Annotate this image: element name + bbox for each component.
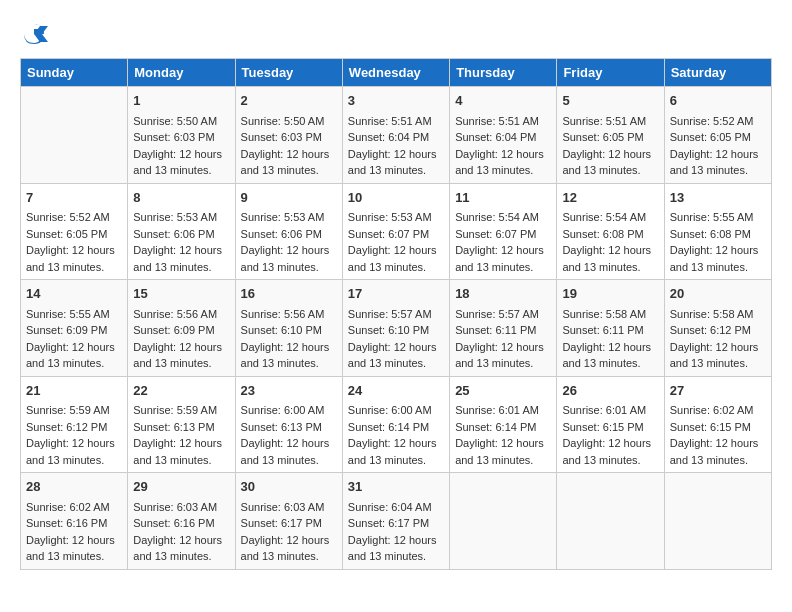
day-info: Sunrise: 6:00 AM [241,402,337,419]
day-header-friday: Friday [557,59,664,87]
day-info: and 13 minutes. [133,548,229,565]
day-info: Sunrise: 5:59 AM [26,402,122,419]
day-info: Daylight: 12 hours [670,435,766,452]
week-row: 21Sunrise: 5:59 AMSunset: 6:12 PMDayligh… [21,376,772,473]
day-info: Sunrise: 5:55 AM [670,209,766,226]
day-info: and 13 minutes. [26,548,122,565]
calendar-cell: 26Sunrise: 6:01 AMSunset: 6:15 PMDayligh… [557,376,664,473]
day-info: Sunrise: 5:57 AM [455,306,551,323]
day-info: Sunset: 6:16 PM [26,515,122,532]
day-info: Sunset: 6:08 PM [562,226,658,243]
day-number: 28 [26,477,122,497]
day-info: Sunset: 6:03 PM [241,129,337,146]
calendar-cell: 28Sunrise: 6:02 AMSunset: 6:16 PMDayligh… [21,473,128,570]
calendar-cell: 27Sunrise: 6:02 AMSunset: 6:15 PMDayligh… [664,376,771,473]
calendar-cell: 9Sunrise: 5:53 AMSunset: 6:06 PMDaylight… [235,183,342,280]
calendar-cell: 11Sunrise: 5:54 AMSunset: 6:07 PMDayligh… [450,183,557,280]
calendar-cell: 10Sunrise: 5:53 AMSunset: 6:07 PMDayligh… [342,183,449,280]
calendar-cell: 1Sunrise: 5:50 AMSunset: 6:03 PMDaylight… [128,87,235,184]
calendar-cell: 25Sunrise: 6:01 AMSunset: 6:14 PMDayligh… [450,376,557,473]
day-number: 20 [670,284,766,304]
calendar-cell [450,473,557,570]
day-info: Sunset: 6:13 PM [241,419,337,436]
day-info: Sunrise: 5:53 AM [348,209,444,226]
day-info: Sunrise: 6:02 AM [26,499,122,516]
day-number: 29 [133,477,229,497]
day-info: Sunset: 6:06 PM [133,226,229,243]
day-number: 15 [133,284,229,304]
day-number: 18 [455,284,551,304]
day-header-monday: Monday [128,59,235,87]
day-number: 4 [455,91,551,111]
day-info: and 13 minutes. [26,259,122,276]
calendar-cell: 31Sunrise: 6:04 AMSunset: 6:17 PMDayligh… [342,473,449,570]
day-info: and 13 minutes. [133,452,229,469]
day-info: Daylight: 12 hours [133,242,229,259]
day-info: Sunset: 6:09 PM [133,322,229,339]
calendar-cell: 13Sunrise: 5:55 AMSunset: 6:08 PMDayligh… [664,183,771,280]
day-number: 5 [562,91,658,111]
day-info: Sunrise: 6:01 AM [455,402,551,419]
day-info: Sunset: 6:09 PM [26,322,122,339]
day-info: Sunset: 6:05 PM [562,129,658,146]
day-number: 12 [562,188,658,208]
day-info: and 13 minutes. [348,452,444,469]
day-info: Sunset: 6:05 PM [670,129,766,146]
day-info: and 13 minutes. [455,355,551,372]
day-info: Sunset: 6:03 PM [133,129,229,146]
day-info: and 13 minutes. [562,259,658,276]
day-info: and 13 minutes. [26,355,122,372]
day-info: Sunrise: 5:54 AM [455,209,551,226]
day-info: Daylight: 12 hours [348,242,444,259]
calendar-cell: 30Sunrise: 6:03 AMSunset: 6:17 PMDayligh… [235,473,342,570]
day-info: Sunset: 6:17 PM [348,515,444,532]
day-number: 3 [348,91,444,111]
day-info: and 13 minutes. [241,548,337,565]
day-info: Sunrise: 5:58 AM [562,306,658,323]
calendar-cell: 23Sunrise: 6:00 AMSunset: 6:13 PMDayligh… [235,376,342,473]
calendar-cell: 12Sunrise: 5:54 AMSunset: 6:08 PMDayligh… [557,183,664,280]
calendar-cell: 29Sunrise: 6:03 AMSunset: 6:16 PMDayligh… [128,473,235,570]
day-info: and 13 minutes. [348,548,444,565]
calendar-cell: 22Sunrise: 5:59 AMSunset: 6:13 PMDayligh… [128,376,235,473]
day-info: Sunset: 6:12 PM [670,322,766,339]
day-info: Daylight: 12 hours [455,146,551,163]
day-info: Daylight: 12 hours [26,242,122,259]
page-header [20,20,772,48]
day-info: Sunrise: 5:50 AM [241,113,337,130]
day-header-thursday: Thursday [450,59,557,87]
day-info: Daylight: 12 hours [26,435,122,452]
day-info: and 13 minutes. [670,355,766,372]
day-number: 23 [241,381,337,401]
calendar-cell: 6Sunrise: 5:52 AMSunset: 6:05 PMDaylight… [664,87,771,184]
day-info: Daylight: 12 hours [348,532,444,549]
day-info: Sunrise: 6:01 AM [562,402,658,419]
calendar-header-row: SundayMondayTuesdayWednesdayThursdayFrid… [21,59,772,87]
day-info: Daylight: 12 hours [455,435,551,452]
day-info: Daylight: 12 hours [241,242,337,259]
day-info: and 13 minutes. [348,355,444,372]
day-info: Daylight: 12 hours [133,532,229,549]
day-info: Sunrise: 5:58 AM [670,306,766,323]
day-number: 8 [133,188,229,208]
day-info: and 13 minutes. [241,162,337,179]
day-info: Sunset: 6:15 PM [562,419,658,436]
day-info: Sunrise: 5:51 AM [562,113,658,130]
day-info: and 13 minutes. [133,355,229,372]
day-info: and 13 minutes. [562,452,658,469]
calendar-cell: 14Sunrise: 5:55 AMSunset: 6:09 PMDayligh… [21,280,128,377]
week-row: 1Sunrise: 5:50 AMSunset: 6:03 PMDaylight… [21,87,772,184]
day-info: Sunset: 6:13 PM [133,419,229,436]
day-info: and 13 minutes. [670,452,766,469]
day-info: Daylight: 12 hours [562,435,658,452]
calendar-cell: 8Sunrise: 5:53 AMSunset: 6:06 PMDaylight… [128,183,235,280]
day-info: Daylight: 12 hours [241,146,337,163]
day-info: Sunset: 6:05 PM [26,226,122,243]
day-number: 22 [133,381,229,401]
day-info: and 13 minutes. [348,162,444,179]
calendar-cell: 21Sunrise: 5:59 AMSunset: 6:12 PMDayligh… [21,376,128,473]
day-info: Daylight: 12 hours [241,532,337,549]
day-info: Sunrise: 5:52 AM [26,209,122,226]
day-number: 9 [241,188,337,208]
day-info: Daylight: 12 hours [348,146,444,163]
